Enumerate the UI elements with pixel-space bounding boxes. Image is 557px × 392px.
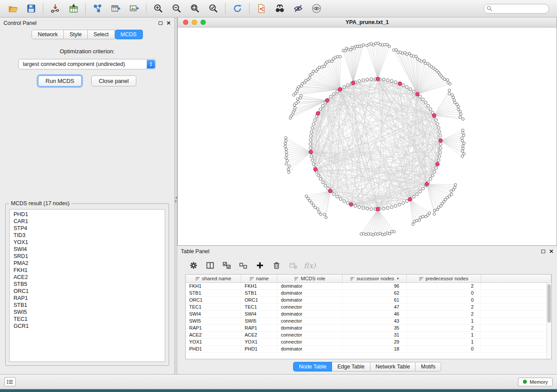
function-builder-button: f(x) [302, 258, 317, 272]
column-header-shared-name[interactable]: shared name [186, 275, 241, 282]
close-panel-button[interactable]: Close panel [91, 76, 136, 86]
tab-select[interactable]: Select [88, 30, 115, 39]
mcds-result-item[interactable]: STP4 [14, 225, 165, 232]
table-row[interactable]: ORC1ORC1dominator610 [186, 297, 547, 304]
mcds-result-item[interactable]: STB5 [14, 281, 165, 288]
mcds-result-item[interactable]: TEC1 [14, 316, 165, 323]
tab-network-table[interactable]: Network Table [370, 362, 416, 371]
hide-details-button[interactable] [289, 2, 307, 16]
mcds-tab-content: Optimization criterion: largest connecte… [0, 42, 174, 374]
network-canvas[interactable] [178, 28, 557, 245]
zoom-fit-button[interactable] [186, 2, 204, 16]
table-scrollbar[interactable] [547, 283, 551, 359]
cell-name: YOX1 [241, 339, 277, 345]
mcds-result-item[interactable]: STB1 [14, 302, 165, 309]
share-document-button[interactable] [252, 2, 270, 16]
apply-layout-button[interactable] [228, 2, 246, 16]
table-body: FKH1FKH1dominator962STB1STB1dominator620… [186, 283, 547, 359]
mcds-result-item[interactable]: PHD1 [14, 211, 165, 218]
network-window-title: YPA_prune.txt_1 [346, 19, 389, 25]
column-header-predecessor-nodes[interactable]: predecessor nodes [407, 275, 481, 282]
tab-network[interactable]: Network [31, 30, 64, 39]
tab-node-table[interactable]: Node Table [293, 362, 332, 371]
table-row[interactable]: FKH1FKH1dominator962 [186, 283, 547, 290]
select-all-columns-button[interactable] [219, 258, 234, 272]
network-graph[interactable] [178, 28, 557, 245]
cell-role: dominator [277, 325, 343, 331]
sort-icon [294, 276, 299, 281]
main-area: Control Panel ✕ NetworkStyleSelectMCDS O… [0, 17, 557, 374]
minimize-window-button[interactable] [192, 20, 197, 25]
import-table-button[interactable] [64, 2, 83, 16]
table-row[interactable]: ACE2ACE2connector311 [186, 332, 547, 339]
export-table-button[interactable] [107, 2, 125, 16]
cell-shared-name: RAP1 [186, 325, 241, 331]
table-row[interactable]: YOX1YOX1connector291 [186, 339, 547, 346]
mcds-result-item[interactable]: GCR1 [14, 323, 165, 330]
table-row[interactable]: TEC1TEC1connector472 [186, 304, 547, 311]
export-image-button[interactable] [125, 2, 143, 16]
table-row[interactable]: RAP1RAP1dominator352 [186, 325, 547, 332]
toolbar-separator [225, 3, 225, 14]
mcds-result-item[interactable]: SRD1 [14, 253, 165, 260]
memory-button[interactable]: Memory [518, 378, 553, 386]
mcds-result-item[interactable]: SWI4 [14, 246, 165, 253]
run-mcds-button[interactable]: Run MCDS [38, 76, 82, 86]
mcds-result-item[interactable]: YOX1 [14, 239, 165, 246]
column-header-label: predecessor nodes [426, 276, 468, 281]
close-panel-icon[interactable]: ✕ [166, 21, 171, 26]
float-panel-icon[interactable] [541, 250, 545, 253]
deselect-all-columns-button[interactable] [236, 258, 251, 272]
open-session-button[interactable] [3, 2, 22, 16]
cell-shared-name: TEC1 [186, 304, 241, 310]
table-row[interactable]: SWI5SWI5connector431 [186, 318, 547, 325]
maximize-window-button[interactable] [201, 20, 206, 25]
close-window-button[interactable] [183, 20, 188, 25]
mcds-result-item[interactable]: CAR1 [14, 218, 165, 225]
delete-column-button[interactable] [269, 258, 284, 272]
table-row[interactable]: STB1STB1dominator620 [186, 290, 547, 297]
close-panel-icon[interactable]: ✕ [549, 249, 554, 254]
table-row[interactable]: PHD1PHD1dominator180 [186, 346, 547, 353]
table-settings-button[interactable] [186, 258, 201, 272]
scrollbar-thumb[interactable] [547, 284, 551, 323]
tab-motifs[interactable]: Motifs [415, 362, 441, 371]
new-network-button[interactable] [88, 2, 107, 16]
split-view-button[interactable] [203, 258, 218, 272]
mcds-result-item[interactable]: TID3 [14, 232, 165, 239]
float-panel-icon[interactable] [159, 21, 163, 25]
mcds-result-item[interactable]: FKH1 [14, 267, 165, 274]
table-row[interactable]: SWI4SWI4dominator462 [186, 311, 547, 318]
zoom-out-button[interactable] [167, 2, 186, 16]
unchecked-boxes-icon [239, 261, 248, 270]
node-table: shared namenameMCDS rolesuccessor nodes▾… [185, 274, 552, 359]
add-column-button[interactable] [253, 258, 267, 272]
window-controls [183, 20, 206, 25]
column-header-successor-nodes[interactable]: successor nodes▾ [343, 275, 407, 282]
status-bar: Memory [0, 374, 557, 389]
cell-predecessors: 2 [407, 325, 481, 331]
column-header-name[interactable]: name [241, 275, 277, 282]
tab-edge-table[interactable]: Edge Table [332, 362, 370, 371]
splitter-grip-icon[interactable] [175, 196, 177, 203]
mcds-result-item[interactable]: RAP1 [14, 295, 165, 302]
search-network-button[interactable] [270, 2, 289, 16]
mcds-result-list[interactable]: PHD1CAR1STP4TID3YOX1SWI4SRD1PMA2FKH1ACE2… [9, 209, 165, 362]
mcds-result-item[interactable]: ACE2 [14, 274, 165, 281]
mcds-result-item[interactable]: SWI5 [14, 309, 165, 316]
vertical-splitter[interactable] [175, 17, 177, 374]
zoom-in-button[interactable] [149, 2, 167, 16]
show-panel-menu-button[interactable] [4, 377, 16, 386]
mcds-result-item[interactable]: PMA2 [14, 260, 165, 267]
tab-mcds[interactable]: MCDS [115, 30, 143, 39]
column-header-mcds-role[interactable]: MCDS role [277, 275, 343, 282]
search-input[interactable] [484, 4, 549, 14]
mcds-result-item[interactable]: ORC1 [14, 288, 165, 295]
show-details-button[interactable] [307, 2, 325, 16]
tab-style[interactable]: Style [64, 30, 88, 39]
criterion-dropdown[interactable]: largest connected component (undirected)… [18, 59, 156, 69]
save-session-button[interactable] [22, 2, 40, 16]
import-network-button[interactable] [46, 2, 64, 16]
cell-name: FKH1 [241, 283, 277, 289]
zoom-selected-button[interactable] [204, 2, 222, 16]
